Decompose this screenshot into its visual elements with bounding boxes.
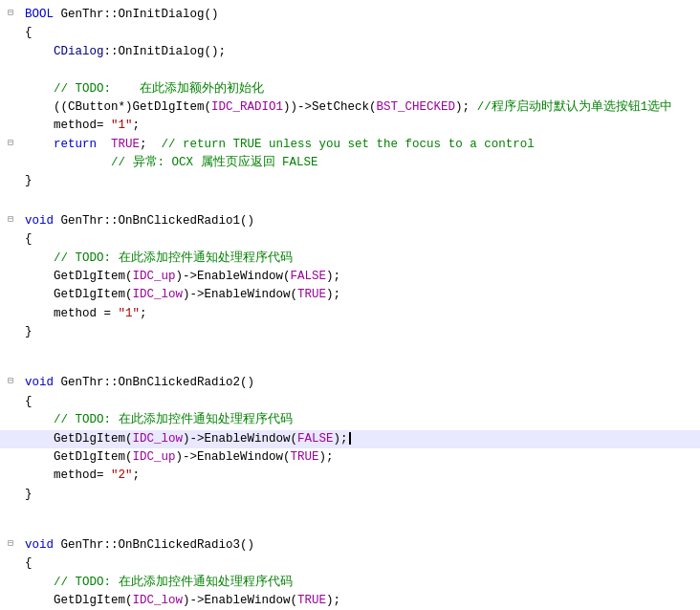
- gutter: ⊟: [0, 212, 21, 228]
- code-line: GetDlgItem(IDC_low)->EnableWindow(TRUE);: [21, 286, 700, 304]
- comment-zh: // 异常: OCX 属性页应返回 FALSE: [111, 156, 318, 169]
- param-idc-low: IDC_low: [133, 594, 184, 607]
- code-line: GetDlgItem(IDC_up)->EnableWindow(FALSE);: [21, 268, 700, 286]
- comment-text: // TODO: 在此添加控件通知处理程序代码: [54, 251, 293, 265]
- header-text: GenThr::OnBnClickedRadio3(): [54, 538, 254, 552]
- gap3b: [0, 525, 700, 536]
- method2-line: method= "2";: [0, 467, 700, 485]
- enable-false-line: GetDlgItem(IDC_up)->EnableWindow(FALSE);: [0, 268, 700, 286]
- return-line: ⊟ return TRUE; // return TRUE unless you…: [0, 136, 700, 154]
- code-line: GetDlgItem(IDC_up)->EnableWindow(TRUE);: [21, 448, 700, 467]
- cursor-line: GetDlgItem(IDC_low)->EnableWindow(FALSE)…: [0, 430, 700, 448]
- code-line: GetDlgItem(IDC_low)->EnableWindow(FALSE)…: [21, 430, 700, 448]
- collapse-icon-small[interactable]: ⊟: [4, 136, 17, 151]
- brace: {: [21, 393, 700, 411]
- code-line: method= "1";: [21, 117, 700, 135]
- gap3: [0, 513, 700, 525]
- param-idc-low: IDC_low: [133, 432, 184, 446]
- enable-up-true: GetDlgItem(IDC_up)->EnableWindow(TRUE);: [0, 448, 700, 467]
- string-val: "1": [111, 119, 133, 132]
- header-line: void GenThr::OnBnClickedRadio1(): [21, 212, 700, 230]
- gap1: [0, 201, 700, 212]
- block-radio2: ⊟ void GenThr::OnBnClickedRadio2() { // …: [0, 374, 700, 504]
- string-val: "2": [111, 468, 133, 482]
- header-text: GenThr::OnBnClickedRadio1(): [54, 214, 254, 228]
- param-true: TRUE: [297, 594, 326, 607]
- method1-line: method = "1";: [0, 305, 700, 323]
- enable-low-true: GetDlgItem(IDC_low)->EnableWindow(TRUE);: [0, 592, 700, 610]
- param-idc-up: IDC_up: [133, 450, 176, 464]
- collapse-icon[interactable]: ⊟: [4, 536, 17, 552]
- collapse-icon[interactable]: ⊟: [4, 374, 17, 389]
- brace: }: [21, 323, 700, 341]
- return-content: return TRUE; // return TRUE unless you s…: [21, 136, 700, 154]
- comment-line: // TODO: 在此添加额外的初始化: [21, 80, 700, 98]
- comment-zh-line: // 异常: OCX 属性页应返回 FALSE: [21, 154, 700, 172]
- open-brace-line: {: [0, 24, 700, 42]
- todo4-comment: // TODO: 在此添加控件通知处理程序代码: [0, 574, 700, 592]
- gap2: [0, 351, 700, 362]
- method-line: method= "1";: [0, 117, 700, 135]
- code-line: CDialog::OnInitDialog();: [21, 43, 700, 61]
- block-radio1: ⊟ void GenThr::OnBnClickedRadio1() { // …: [0, 212, 700, 342]
- collapse-icon[interactable]: ⊟: [4, 212, 17, 228]
- block1-header: ⊟ BOOL GenThr::OnInitDialog(): [0, 6, 700, 24]
- gutter: ⊟: [0, 536, 21, 552]
- empty-line1: [0, 61, 700, 79]
- comment-line: // TODO: 在此添加控件通知处理程序代码: [21, 250, 700, 268]
- open-brace4: {: [0, 555, 700, 573]
- comment-line: // TODO: 在此添加控件通知处理程序代码: [21, 411, 700, 429]
- param-idc-up: IDC_up: [133, 270, 176, 283]
- classname: CDialog: [54, 45, 104, 58]
- gutter: ⊟: [0, 6, 21, 21]
- todo3-comment: // TODO: 在此添加控件通知处理程序代码: [0, 411, 700, 429]
- keyword-void: void: [25, 538, 54, 552]
- header-text: GenThr::OnBnClickedRadio2(): [54, 376, 254, 389]
- gap2b: [0, 362, 700, 374]
- brace: }: [21, 172, 700, 190]
- param-true: TRUE: [297, 288, 326, 301]
- brace: }: [21, 486, 700, 504]
- string-val: "1": [119, 307, 141, 320]
- cdialog-line: CDialog::OnInitDialog();: [0, 43, 700, 61]
- code-line: method = "1";: [21, 305, 700, 323]
- param2: BST_CHECKED: [377, 100, 456, 114]
- param-idc-low: IDC_low: [133, 288, 184, 301]
- keyword-void: void: [25, 376, 54, 389]
- comment-inline: //程序启动时默认为单选按钮1选中: [477, 100, 673, 114]
- empty: [21, 61, 700, 79]
- header-line: void GenThr::OnBnClickedRadio2(): [21, 374, 700, 392]
- comment-text: // TODO: 在此添加控件通知处理程序代码: [54, 413, 293, 426]
- return-comment: // return TRUE unless you set the focus …: [162, 138, 535, 151]
- close-brace3: }: [0, 486, 700, 504]
- kw-return: return: [54, 138, 97, 151]
- gutter-collapse: ⊟: [0, 136, 21, 151]
- param-true: TRUE: [291, 450, 319, 464]
- comment-text: // TODO: 在此添加额外的初始化: [54, 82, 264, 96]
- header-line: BOOL GenThr::OnInitDialog(): [21, 6, 700, 24]
- param-false: FALSE: [297, 432, 334, 446]
- block4-header: ⊟ void GenThr::OnBnClickedRadio3(): [0, 536, 700, 555]
- collapse-icon[interactable]: ⊟: [4, 6, 17, 21]
- todo-comment-line: // TODO: 在此添加额外的初始化: [0, 80, 700, 98]
- setchecked-line: ((CButton*)GetDlgItem(IDC_RADIO1))->SetC…: [0, 98, 700, 117]
- text-cursor: [349, 432, 351, 445]
- ocx-comment-line: // 异常: OCX 属性页应返回 FALSE: [0, 154, 700, 172]
- brace: {: [21, 230, 700, 249]
- kw-true: TRUE: [111, 138, 140, 151]
- code-line: method= "2";: [21, 467, 700, 485]
- header-text: GenThr::OnInitDialog(): [54, 8, 219, 21]
- comment-text: // TODO: 在此添加控件通知处理程序代码: [54, 576, 293, 589]
- close-brace-line1: }: [0, 172, 700, 190]
- comment-line: // TODO: 在此添加控件通知处理程序代码: [21, 574, 700, 592]
- brace: {: [21, 24, 700, 42]
- block-radio3: ⊟ void GenThr::OnBnClickedRadio3() { // …: [0, 536, 700, 610]
- keyword-void: void: [25, 214, 54, 228]
- open-brace3: {: [0, 393, 700, 411]
- code-line: ((CButton*)GetDlgItem(IDC_RADIO1))->SetC…: [21, 98, 700, 117]
- block2-header: ⊟ void GenThr::OnBnClickedRadio1(): [0, 212, 700, 230]
- close-brace2: }: [0, 323, 700, 341]
- brace: {: [21, 555, 700, 573]
- keyword-bool: BOOL: [25, 8, 54, 21]
- block-oninit: ⊟ BOOL GenThr::OnInitDialog() { CDialog:…: [0, 6, 700, 191]
